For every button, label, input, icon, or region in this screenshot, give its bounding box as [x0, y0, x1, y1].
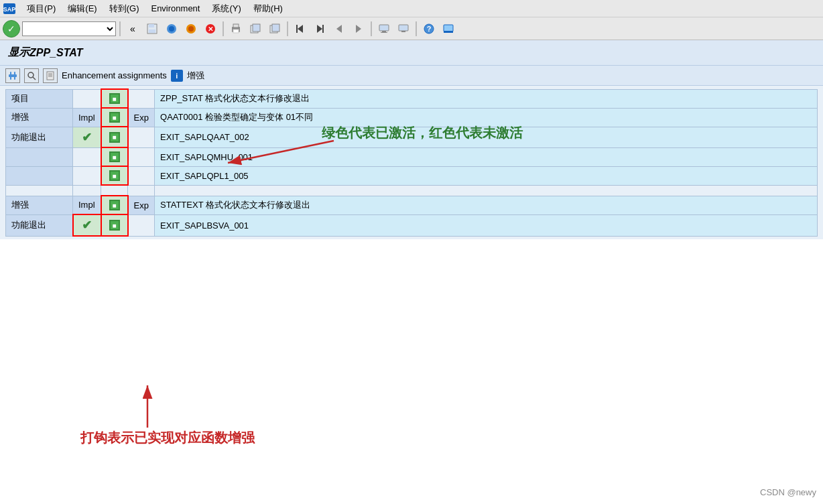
toolbar-btn-3[interactable]: ✕	[202, 20, 219, 38]
spacer-cell-3	[101, 185, 128, 196]
toolbar-btn-1[interactable]	[163, 20, 180, 38]
menu-edit[interactable]: 编辑(E)	[62, 1, 102, 16]
cell-green-exit3[interactable]: ■	[101, 166, 128, 185]
cell-exp-enh1: Exp	[128, 108, 155, 127]
spacer-row	[6, 185, 818, 196]
cell-label-enh1: 增强	[6, 108, 73, 127]
cell-green-exit2[interactable]: ■	[101, 147, 128, 166]
green-indicator-exit2[interactable]: ■	[109, 151, 120, 162]
svg-rect-3	[149, 24, 154, 27]
table-row: 增强 Impl ■ Exp QAAT0001 检验类型确定与变体 01不同	[6, 108, 818, 127]
sub-toolbar: Enhancement assignments i 增强	[0, 66, 823, 86]
toolbar-btn-prev[interactable]: «	[124, 20, 141, 38]
toolbar-btn-nav3[interactable]	[330, 20, 348, 38]
cell-green-enh1[interactable]: ■	[101, 108, 128, 127]
spacer-cell-1	[6, 185, 73, 196]
cell-green-enh2[interactable]: ■	[101, 196, 128, 214]
green-indicator-enh2[interactable]: ■	[109, 200, 120, 210]
menu-system[interactable]: 系统(Y)	[206, 1, 246, 16]
menu-environment[interactable]: Environment	[145, 2, 205, 15]
cell-exp-exit2	[128, 147, 155, 166]
svg-line-37	[33, 77, 36, 80]
cell-exp-exit1	[128, 127, 155, 147]
cell-content-exit1: EXIT_SAPLQAAT_002	[155, 127, 818, 147]
svg-rect-38	[47, 72, 54, 80]
toolbar-divider-3	[287, 21, 288, 36]
cell-content-enh2: STATTEXT 格式化状态文本行修改退出	[155, 196, 818, 214]
green-indicator-exit3[interactable]: ■	[109, 170, 120, 181]
toolbar-btn-copy2[interactable]	[266, 20, 283, 38]
svg-marker-23	[356, 25, 361, 33]
enhancement-label: Enhancement assignments	[62, 70, 167, 80]
toolbar-divider-2	[223, 21, 224, 36]
cell-content-exit4: EXIT_SAPLBSVA_001	[155, 214, 818, 236]
cell-label-enh2: 增强	[6, 196, 73, 214]
table-area: 项目 ■ ZPP_STAT 格式化状态文本行修改退出 增强 Impl ■ Exp…	[0, 86, 823, 239]
svg-marker-18	[298, 25, 303, 33]
svg-rect-33	[9, 74, 17, 77]
table-row: ■ EXIT_SAPLQMHU_001	[6, 147, 818, 166]
watermark: CSDN @newy	[760, 487, 816, 497]
svg-text:SAP: SAP	[3, 6, 16, 13]
svg-point-6	[169, 26, 174, 32]
svg-rect-28	[401, 31, 405, 32]
toolbar-divider-4	[371, 21, 372, 36]
toolbar-btn-screen[interactable]	[440, 20, 457, 38]
toolbar-btn-print[interactable]	[227, 20, 245, 38]
toolbar-btn-nav4[interactable]	[350, 20, 367, 38]
info-button[interactable]: i	[171, 70, 183, 82]
menu-project[interactable]: 项目(P)	[21, 1, 61, 16]
toolbar-btn-save[interactable]	[143, 20, 161, 38]
title-bar: 显示 ZPP_STAT	[0, 40, 823, 66]
toolbar-btn-copy1[interactable]	[247, 20, 264, 38]
main-content: 显示 ZPP_STAT Enhancement assignments i 增强…	[0, 40, 823, 239]
exit4-text: EXIT_SAPLBSVA_001	[160, 220, 249, 231]
svg-rect-31	[444, 25, 453, 32]
spacer-cell-2	[73, 185, 101, 196]
svg-rect-12	[233, 24, 239, 27]
svg-rect-4	[149, 29, 155, 33]
toolbar-dropdown[interactable]	[22, 21, 116, 36]
toolbar-btn-monitor2[interactable]	[395, 20, 412, 38]
green-indicator-enh1[interactable]: ■	[109, 112, 120, 123]
toolbar-btn-help[interactable]: ?	[420, 20, 438, 38]
cell-green-exit1[interactable]: ■	[101, 127, 128, 147]
cell-content-project: ZPP_STAT 格式化状态文本行修改退出	[155, 89, 818, 108]
cell-exp-exit3	[128, 166, 155, 185]
cell-label-exit4: 功能退出	[6, 214, 73, 236]
sub-btn-search[interactable]	[24, 68, 39, 83]
cell-impl-exit2	[73, 147, 101, 166]
go-button[interactable]: ✓	[3, 20, 20, 38]
cell-impl-exit1: ✔	[73, 127, 101, 147]
svg-rect-15	[253, 24, 260, 32]
sub-btn-settings[interactable]	[5, 68, 20, 83]
toolbar-btn-nav2[interactable]	[311, 20, 328, 38]
svg-rect-25	[382, 31, 386, 32]
cell-green-project[interactable]: ■	[101, 89, 128, 108]
spacer-cell-4	[128, 185, 155, 196]
sub-btn-doc[interactable]	[43, 68, 58, 83]
svg-marker-20	[317, 25, 322, 33]
toolbar-btn-2[interactable]	[182, 20, 200, 38]
svg-marker-22	[336, 25, 342, 33]
svg-text:✕: ✕	[208, 25, 213, 33]
cell-content-enh1: QAAT0001 检验类型确定与变体 01不同	[155, 108, 818, 127]
annotation-bottom: 打钩表示已实现对应函数增强	[80, 429, 255, 447]
cell-green-exit4[interactable]: ■	[101, 214, 128, 236]
cell-label-project: 项目	[6, 89, 73, 108]
cell-exp-project	[128, 89, 155, 108]
green-indicator-exit1[interactable]: ■	[109, 132, 120, 143]
menu-goto[interactable]: 转到(G)	[104, 1, 145, 16]
green-indicator-project[interactable]: ■	[109, 93, 120, 104]
green-indicator-exit4[interactable]: ■	[109, 220, 120, 231]
title-name: ZPP_STAT	[29, 47, 82, 59]
toolbar-btn-nav1[interactable]	[292, 20, 309, 38]
toolbar-btn-monitor1[interactable]	[375, 20, 393, 38]
table-row: 增强 Impl ■ Exp STATTEXT 格式化状态文本行修改退出	[6, 196, 818, 214]
svg-rect-17	[272, 24, 279, 32]
svg-rect-13	[233, 29, 239, 33]
menu-help[interactable]: 帮助(H)	[248, 1, 288, 16]
cell-content-exit2: EXIT_SAPLQMHU_001	[155, 147, 818, 166]
cell-impl-enh2: Impl	[73, 196, 101, 214]
cell-label-exit2	[6, 147, 73, 166]
